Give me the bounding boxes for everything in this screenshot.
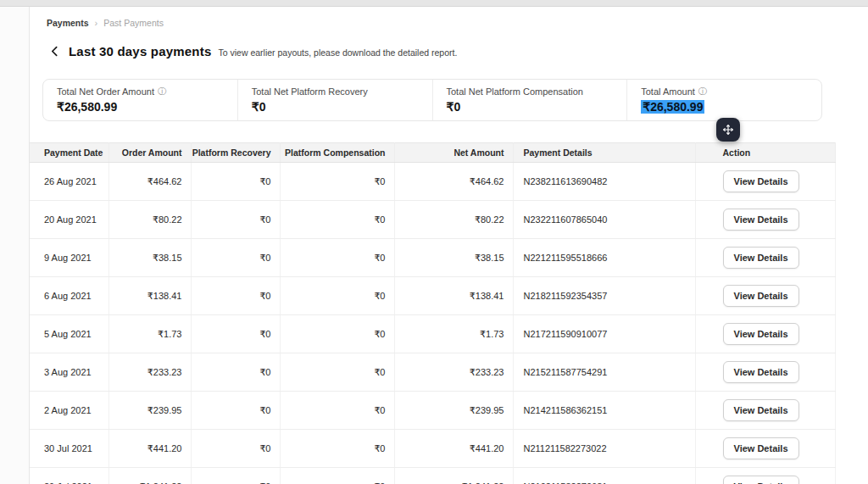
cell-payment-date: 5 Aug 2021: [30, 315, 108, 353]
cell-net-amount: ₹38.15: [394, 239, 513, 277]
cell-platform-compensation: ₹0: [280, 239, 394, 277]
cell-action: View Details: [695, 163, 835, 201]
cell-payment-date: 6 Aug 2021: [30, 277, 108, 315]
view-details-button[interactable]: View Details: [723, 437, 799, 459]
cell-order-amount: ₹138.41: [108, 277, 191, 315]
view-details-button[interactable]: View Details: [723, 323, 799, 345]
cell-platform-recovery: ₹0: [191, 163, 280, 201]
cell-action: View Details: [695, 239, 835, 277]
cell-net-amount: ₹441.20: [394, 430, 513, 468]
view-details-button[interactable]: View Details: [723, 247, 799, 269]
cell-platform-recovery: ₹0: [191, 277, 280, 315]
page-header: Last 30 days payments To view earlier pa…: [30, 42, 868, 60]
cell-action: View Details: [695, 392, 835, 430]
summary-total-net-order-amount: Total Net Order Amount ⓘ ₹26,580.99: [43, 80, 237, 120]
summary-label: Total Net Order Amount: [57, 86, 154, 97]
cell-net-amount: ₹1,241.22: [394, 468, 513, 484]
cell-action: View Details: [695, 201, 835, 239]
cell-payment-date: 29 Jul 2021: [30, 468, 108, 484]
cell-platform-recovery: ₹0: [191, 239, 280, 277]
view-details-button[interactable]: View Details: [723, 209, 799, 231]
summary-value: ₹0: [252, 100, 419, 114]
table-body: 26 Aug 2021 ₹464.62 ₹0 ₹0 ₹464.62 N23821…: [30, 163, 835, 484]
cell-payment-date: 30 Jul 2021: [30, 430, 108, 468]
col-payment-details: Payment Details: [513, 143, 695, 163]
cell-payment-details: N218211592354357: [513, 277, 695, 315]
cell-platform-compensation: ₹0: [280, 468, 394, 484]
col-payment-date: Payment Date: [30, 143, 108, 163]
cell-action: View Details: [695, 468, 835, 484]
page-title: Last 30 days payments: [69, 44, 211, 58]
col-order-amount: Order Amount: [108, 143, 191, 163]
view-details-button[interactable]: View Details: [723, 476, 799, 484]
info-icon[interactable]: ⓘ: [158, 87, 166, 96]
cell-order-amount: ₹80.22: [108, 201, 191, 239]
cell-payment-date: 26 Aug 2021: [30, 163, 108, 201]
cell-order-amount: ₹239.95: [108, 392, 191, 430]
cell-net-amount: ₹1.73: [394, 315, 513, 353]
table-row: 3 Aug 2021 ₹233.23 ₹0 ₹0 ₹233.23 N215211…: [30, 353, 835, 392]
cell-platform-compensation: ₹0: [280, 163, 394, 201]
move-icon: [722, 124, 734, 136]
col-platform-recovery: Platform Recovery: [191, 143, 280, 163]
cell-net-amount: ₹233.23: [394, 353, 513, 392]
summary-total-net-platform-recovery: Total Net Platform Recovery ₹0: [237, 80, 432, 120]
view-details-button[interactable]: View Details: [723, 170, 799, 192]
cell-payment-details: N211211582273022: [513, 430, 695, 468]
cell-platform-compensation: ₹0: [280, 392, 394, 430]
summary-total-net-platform-compensation: Total Net Platform Compensation ₹0: [432, 80, 627, 120]
view-details-button[interactable]: View Details: [723, 399, 799, 421]
view-details-button[interactable]: View Details: [723, 361, 799, 383]
floating-widget-button[interactable]: [716, 118, 740, 142]
cell-platform-recovery: ₹0: [191, 468, 280, 484]
table-row: 20 Aug 2021 ₹80.22 ₹0 ₹0 ₹80.22 N2322116…: [30, 201, 835, 239]
cell-order-amount: ₹38.15: [108, 239, 191, 277]
summary-label: Total Amount: [641, 86, 695, 97]
cell-payment-date: 2 Aug 2021: [30, 392, 108, 430]
summary-label: Total Net Platform Recovery: [252, 86, 368, 97]
summary-value-highlighted: ₹26,580.99: [641, 100, 808, 114]
table-header-row: Payment Date Order Amount Platform Recov…: [30, 143, 835, 163]
cell-order-amount: ₹1,241.22: [108, 468, 191, 484]
cell-net-amount: ₹80.22: [394, 201, 513, 239]
summary-label: Total Net Platform Compensation: [447, 86, 583, 97]
cell-net-amount: ₹138.41: [394, 277, 513, 315]
table-row: 9 Aug 2021 ₹38.15 ₹0 ₹0 ₹38.15 N22121159…: [30, 239, 835, 277]
selected-text: ₹26,580.99: [641, 100, 704, 114]
cell-order-amount: ₹441.20: [108, 430, 191, 468]
cell-action: View Details: [695, 277, 835, 315]
cell-platform-recovery: ₹0: [191, 315, 280, 353]
chevron-left-icon: [49, 46, 60, 57]
cell-payment-date: 20 Aug 2021: [30, 201, 108, 239]
table-row: 2 Aug 2021 ₹239.95 ₹0 ₹0 ₹239.95 N214211…: [30, 392, 835, 430]
cell-net-amount: ₹464.62: [394, 163, 513, 201]
cell-payment-details: N232211607865040: [513, 201, 695, 239]
window-top-strip: [0, 0, 868, 7]
cell-payment-details: N210211582270681: [513, 468, 695, 484]
summary-value: ₹26,580.99: [57, 100, 224, 114]
summary-card: Total Net Order Amount ⓘ ₹26,580.99 Tota…: [42, 79, 822, 121]
cell-order-amount: ₹464.62: [108, 163, 191, 201]
col-net-amount: Net Amount: [394, 143, 513, 163]
breadcrumb-payments[interactable]: Payments: [47, 18, 89, 28]
back-button[interactable]: [47, 43, 62, 58]
table-row: 6 Aug 2021 ₹138.41 ₹0 ₹0 ₹138.41 N218211…: [30, 277, 835, 315]
info-icon[interactable]: ⓘ: [698, 87, 707, 96]
cell-payment-date: 9 Aug 2021: [30, 239, 108, 277]
cell-payment-details: N214211586362151: [513, 392, 695, 430]
cell-net-amount: ₹239.95: [394, 392, 513, 430]
col-platform-compensation: Platform Compensation: [280, 143, 394, 163]
main-content: Payments › Past Payments Last 30 days pa…: [30, 7, 868, 484]
cell-payment-details: N217211590910077: [513, 315, 695, 353]
cell-platform-recovery: ₹0: [191, 201, 280, 239]
table-row: 26 Aug 2021 ₹464.62 ₹0 ₹0 ₹464.62 N23821…: [30, 163, 835, 201]
cell-payment-details: N221211595518666: [513, 239, 695, 277]
cell-order-amount: ₹233.23: [108, 353, 191, 392]
breadcrumb-past-payments: Past Payments: [103, 18, 164, 28]
payments-table: Payment Date Order Amount Platform Recov…: [30, 142, 836, 484]
cell-platform-compensation: ₹0: [280, 201, 394, 239]
breadcrumb: Payments › Past Payments: [30, 7, 868, 28]
cell-platform-compensation: ₹0: [280, 353, 394, 392]
left-rail: [0, 7, 30, 484]
view-details-button[interactable]: View Details: [723, 285, 799, 307]
